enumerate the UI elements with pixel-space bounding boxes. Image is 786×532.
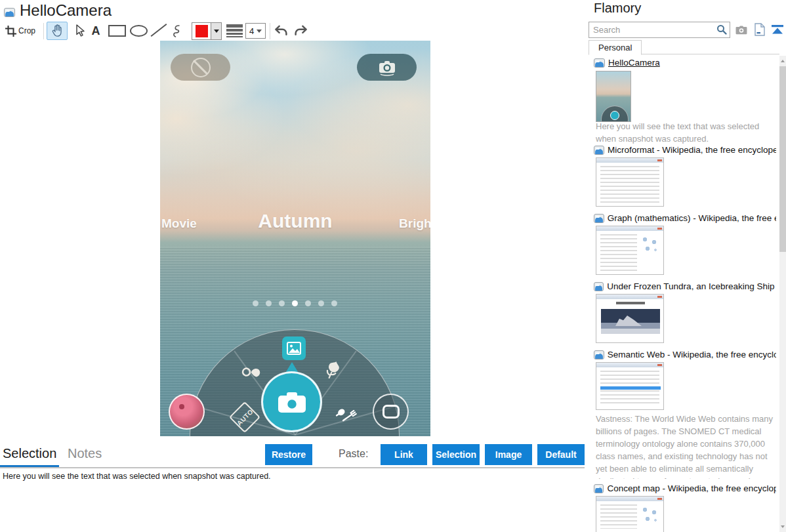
color-dropdown-button[interactable] [211,23,221,39]
editor-header: HelloCamera [0,0,587,21]
flamory-item-icon [594,484,604,493]
item-thumbnail[interactable] [596,294,664,343]
new-note-button[interactable] [753,22,767,37]
item-title-link[interactable]: Concept map - Wikipedia, the free encycl… [607,483,776,493]
collapse-sidebar-button[interactable] [770,22,785,37]
bottom-panel: Selection Notes Restore Paste: Link Sele… [0,440,585,532]
freehand-tool[interactable] [169,24,182,42]
camera-icon [276,390,308,414]
item-thumbnail[interactable] [596,157,664,207]
paste-selection-button[interactable]: Selection [432,444,480,465]
search-icon[interactable] [716,24,727,37]
paste-default-button[interactable]: Default [537,444,585,465]
undo-icon [274,25,289,37]
tab-selection[interactable]: Selection [3,446,56,461]
chevron-down-icon [781,525,785,528]
list-item: Semantic Web - Wikipedia, the free encyc… [589,350,776,481]
chevron-down-icon [214,30,219,33]
switch-camera-button [357,54,417,81]
flamory-item-icon [594,350,604,359]
filter-active-label: Autumn [160,210,430,232]
cursor-icon [73,24,87,38]
crop-icon[interactable] [5,26,16,39]
auto-label: AUTO [235,407,254,426]
item-thumbnail[interactable] [596,496,664,532]
ellipse-tool[interactable] [130,25,148,37]
editor-panel: HelloCamera Crop A [0,0,587,532]
color-picker[interactable] [192,22,222,40]
hand-icon [51,24,64,38]
filter-bright-label: Bright [399,216,430,231]
shutter-button [261,371,322,432]
camera-icon [377,59,398,76]
scrollbar-thumb[interactable] [779,66,786,252]
editor-toolbar: Crop A [0,21,587,41]
line-width-dropdown[interactable]: 4 [245,23,266,39]
list-item: HelloCamera Here you will see the text t… [589,58,776,143]
item-thumbnail[interactable] [596,362,664,410]
item-title-link[interactable]: Graph (mathematics) - Wikipedia, the fre… [608,213,776,223]
undo-button[interactable] [272,22,290,40]
snapshot-list: HelloCamera Here you will see the text t… [589,56,776,532]
snapshot-app-icon [4,8,15,17]
tab-personal[interactable]: Personal [589,40,642,55]
paste-label: Paste: [339,448,368,460]
text-tool-button[interactable]: A [87,22,105,40]
search-input[interactable] [589,22,730,38]
collapse-icon [771,24,784,35]
flamory-item-icon [594,146,604,155]
toolbar-separator [270,23,270,39]
paste-link-button[interactable]: Link [381,444,427,465]
chevron-down-icon [257,30,262,33]
redo-icon [293,25,308,37]
line-width-value: 4 [249,26,254,36]
line-width-icon [226,24,243,39]
snapshot-canvas[interactable]: Movie Autumn Bright [160,41,430,436]
capture-snapshot-button[interactable] [734,22,749,37]
selection-text: Here you will see the text that was sele… [3,472,271,481]
list-item: Graph (mathematics) - Wikipedia, the fre… [589,213,776,279]
item-title-link[interactable]: Semantic Web - Wikipedia, the free encyc… [608,350,776,359]
tab-notes[interactable]: Notes [68,446,102,461]
restore-button[interactable]: Restore [265,444,312,465]
scroll-up-button[interactable] [779,56,786,66]
item-snippet: Vastness: The World Wide Web contains ma… [596,413,776,479]
chevron-up-icon [781,60,785,62]
scroll-down-button[interactable] [779,522,786,532]
paste-image-button[interactable]: Image [485,444,532,465]
frame-mode-button [373,394,409,430]
item-snippet: Here you will see the text that was sele… [596,120,776,145]
auto-mode-button: AUTO [229,401,260,433]
gallery-thumbnail [169,394,205,430]
flamory-item-icon [594,214,604,223]
app-window: HelloCamera Crop A [0,0,786,532]
document-icon [755,23,765,36]
text-tool-icon: A [92,24,100,38]
food-mode-icon [331,399,362,430]
item-title-link[interactable]: HelloCamera [608,58,660,68]
current-color-swatch [196,25,208,37]
no-flash-icon [191,58,211,77]
crop-label[interactable]: Crop [18,26,35,35]
flamory-sidebar: Flamory Personal HelloCamera [587,0,786,532]
color-swatch-box [192,23,211,39]
panel-divider [0,467,585,468]
item-thumbnail[interactable] [596,226,664,275]
sidebar-scrollbar [779,56,786,532]
flamory-item-icon [594,58,605,68]
page-title: HelloCamera [20,1,112,20]
toolbar-separator [43,23,44,39]
item-title-link[interactable]: Under Frozen Tundra, an Icebreaking Ship… [607,281,776,291]
rectangle-tool[interactable] [108,25,126,37]
item-title-link[interactable]: Microformat - Wikipedia, the free encycl… [608,145,776,155]
sidebar-tabstrip: Personal [589,39,779,54]
sidebar-title: Flamory [594,1,641,16]
line-tool[interactable] [151,24,167,37]
list-item: Microformat - Wikipedia, the free encycl… [589,145,776,211]
hand-tool-button[interactable] [47,22,68,40]
search-box [589,22,730,38]
redo-button[interactable] [291,22,310,40]
list-item: Under Frozen Tundra, an Icebreaking Ship… [589,281,776,347]
photo-mode-icon [282,337,306,360]
item-thumbnail[interactable] [596,71,631,122]
